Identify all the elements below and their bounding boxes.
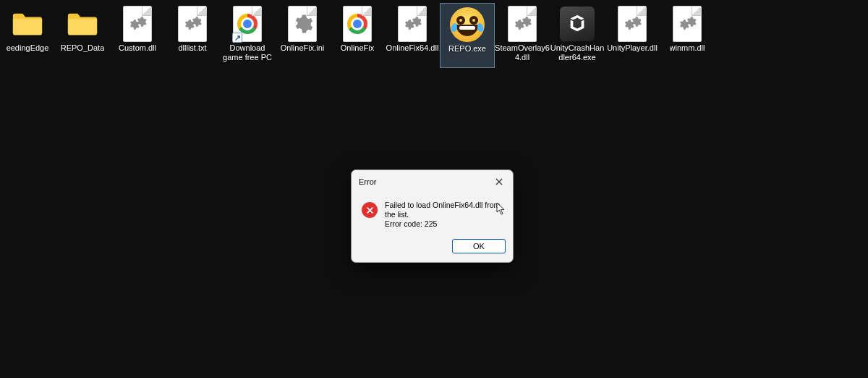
mouse-cursor: [496, 202, 506, 215]
desktop-item-label: OnlineFix: [341, 43, 374, 53]
desktop-item-2[interactable]: Custom.dll: [110, 3, 165, 68]
error-icon: [362, 202, 378, 218]
desktop-item-5[interactable]: OnlineFix.ini: [275, 3, 330, 68]
ok-button[interactable]: OK: [452, 239, 506, 253]
dll-icon: [669, 6, 705, 42]
dll-icon: [394, 6, 430, 42]
desktop-item-6[interactable]: OnlineFix: [330, 3, 385, 68]
desktop-item-label: SteamOverlay64.dll: [495, 43, 550, 62]
desktop-item-7[interactable]: OnlineFix64.dll: [385, 3, 440, 68]
folder-icon: [64, 6, 101, 42]
desktop-item-0[interactable]: eedingEdge: [0, 3, 55, 68]
desktop-item-1[interactable]: REPO_Data: [55, 3, 110, 68]
unity-exe-icon: [559, 6, 595, 42]
chrome-icon: [339, 6, 375, 42]
dialog-close-button[interactable]: [490, 175, 509, 189]
desktop-item-12[interactable]: winmm.dll: [660, 3, 715, 68]
desktop-item-label: REPO.exe: [448, 44, 486, 54]
dialog-actions: OK: [352, 235, 513, 262]
error-dialog: Error Failed to load OnlineFix64.dll fro…: [351, 169, 514, 263]
dialog-titlebar[interactable]: Error: [352, 170, 513, 193]
dll-icon: [614, 6, 650, 42]
dialog-title-text: Error: [359, 177, 376, 186]
repo-exe-icon: [449, 7, 485, 43]
close-icon: [495, 178, 503, 185]
desktop-item-9[interactable]: SteamOverlay64.dll: [495, 3, 550, 68]
desktop-item-10[interactable]: UnityCrashHandler64.exe: [550, 3, 605, 68]
desktop-item-label: UnityCrashHandler64.exe: [550, 43, 605, 62]
txt-icon: [174, 6, 210, 42]
dll-icon: [119, 6, 156, 42]
desktop-item-label: Download game free PC: [220, 43, 275, 62]
desktop-item-label: OnlineFix64.dll: [386, 43, 439, 53]
desktop-item-3[interactable]: dlllist.txt: [165, 3, 220, 68]
desktop-item-8[interactable]: REPO.exe: [440, 3, 495, 68]
ini-icon: [284, 6, 320, 42]
desktop-item-label: winmm.dll: [670, 43, 705, 53]
dialog-message-line1: Failed to load OnlineFix64.dll from the …: [385, 201, 504, 219]
desktop-item-label: Custom.dll: [119, 43, 156, 53]
dialog-body: Failed to load OnlineFix64.dll from the …: [352, 193, 513, 235]
dll-icon: [504, 6, 540, 42]
desktop-item-label: REPO_Data: [61, 43, 105, 53]
desktop-item-label: OnlineFix.ini: [281, 43, 325, 53]
desktop-item-4[interactable]: ↗Download game free PC: [220, 3, 275, 68]
desktop-item-11[interactable]: UnityPlayer.dll: [605, 3, 660, 68]
desktop-item-label: dlllist.txt: [178, 43, 206, 53]
dialog-message: Failed to load OnlineFix64.dll from the …: [385, 201, 504, 229]
folder-icon: [9, 6, 46, 42]
chrome-shortcut-icon: ↗: [229, 6, 265, 42]
desktop-item-label: UnityPlayer.dll: [607, 43, 658, 53]
dialog-message-line2: Error code: 225: [385, 219, 504, 229]
desktop-item-label: eedingEdge: [7, 43, 49, 53]
desktop[interactable]: eedingEdgeREPO_DataCustom.dlldlllist.txt…: [0, 0, 868, 68]
